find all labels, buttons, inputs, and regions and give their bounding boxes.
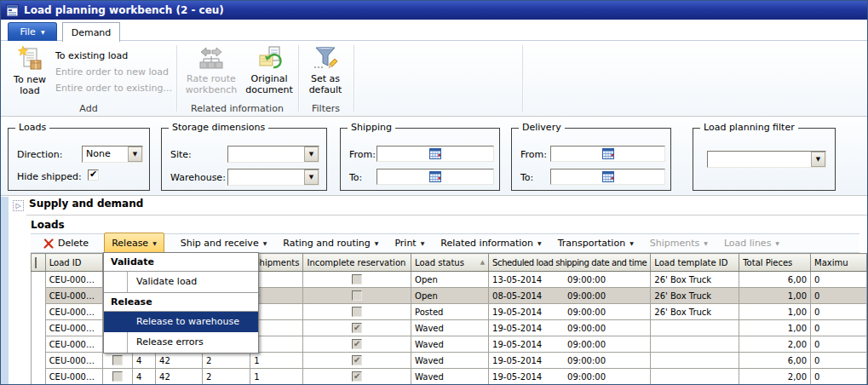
cell-load-id[interactable]: CEU-000… [45, 320, 103, 336]
delivery-from-input[interactable] [550, 146, 665, 162]
transportation-button[interactable]: Transportation ▼ [558, 234, 634, 252]
cell-load-status[interactable]: Open [411, 288, 489, 304]
col-header-total-pieces[interactable]: Total Pieces [739, 254, 811, 272]
release-button[interactable]: Release ▼ [104, 233, 164, 254]
chevron-down-icon[interactable]: ▼ [304, 170, 319, 185]
select-all-checkbox[interactable] [35, 257, 37, 268]
cell-loaded[interactable] [103, 369, 133, 385]
col-header-maximum[interactable]: Maximu [811, 254, 867, 272]
cell-load-template[interactable] [651, 320, 739, 336]
cell-load-status[interactable]: Waved [411, 320, 489, 336]
calendar-icon[interactable] [429, 171, 441, 182]
cell-load-template[interactable]: 26' Box Truck [651, 288, 739, 304]
calendar-icon[interactable] [429, 148, 441, 159]
cell-maximum[interactable]: 0 [811, 353, 867, 369]
cell-c1[interactable]: 4 [132, 369, 155, 385]
cell-total-pieces[interactable]: 1,00 [739, 320, 811, 336]
cell-scheduled-date[interactable]: 08-05-201409:00:00 [489, 288, 651, 304]
menu-item-validate-load[interactable]: Validate load [104, 272, 258, 292]
cell-load-id[interactable]: CEU-000… [45, 288, 103, 304]
to-existing-load-button[interactable]: To existing load [55, 48, 172, 64]
cell-load-id[interactable]: CEU-000… [45, 369, 103, 385]
cell-incomplete[interactable] [303, 353, 411, 369]
cell-loaded[interactable] [103, 353, 133, 369]
cell-total-pieces[interactable]: 1,00 [739, 304, 811, 320]
row-marker[interactable] [32, 353, 46, 369]
col-header-scheduled-date[interactable]: Scheduled load shipping date and time [489, 254, 651, 272]
cell-total-pieces[interactable]: 2,00 [739, 369, 811, 385]
cell-load-id[interactable]: CEU-000… [45, 272, 103, 288]
cell-load-template[interactable]: 26' Box Truck [651, 272, 739, 288]
cell-maximum[interactable]: 0 [811, 336, 867, 353]
set-as-default-button[interactable]: Set as default [300, 44, 351, 95]
cell-c2[interactable]: 42 [156, 353, 203, 369]
cell-total-pieces[interactable]: 2,00 [739, 336, 811, 353]
cell-load-status[interactable]: Posted [411, 304, 489, 320]
cell-scheduled-date[interactable]: 19-05-201409:00:00 [489, 353, 651, 369]
cell-load-id[interactable]: CEU-000… [45, 353, 103, 369]
cell-load-status[interactable]: Waved [411, 353, 489, 369]
shipping-to-input[interactable] [377, 169, 494, 185]
original-document-button[interactable]: Original document [243, 44, 296, 95]
related-information-button[interactable]: Related information ▼ [440, 234, 541, 252]
menu-item-release-errors[interactable]: Release errors [104, 332, 258, 353]
chevron-down-icon[interactable]: ▼ [811, 152, 825, 167]
shipping-from-input[interactable] [377, 146, 494, 162]
delivery-to-input[interactable] [550, 169, 665, 185]
cell-maximum[interactable]: 0 [811, 320, 867, 336]
print-button[interactable]: Print ▼ [394, 234, 424, 252]
chevron-down-icon[interactable]: ▼ [304, 147, 319, 162]
cell-load-status[interactable]: Open [411, 272, 489, 288]
delete-button[interactable]: Delete [43, 234, 89, 252]
to-new-load-button[interactable]: To new load [8, 44, 52, 111]
site-select[interactable]: ▼ [227, 146, 319, 163]
tab-demand[interactable]: Demand [62, 22, 120, 42]
row-marker[interactable] [32, 272, 46, 288]
cell-c1[interactable]: 4 [132, 353, 155, 369]
direction-select[interactable]: None ▼ [82, 146, 143, 163]
cell-maximum[interactable]: 0 [811, 288, 867, 304]
cell-load-id[interactable]: CEU-000… [45, 336, 103, 353]
file-menu-button[interactable]: File ▼ [8, 22, 57, 41]
menu-item-release-to-warehouse[interactable]: Release to warehouse [104, 312, 258, 332]
cell-maximum[interactable]: 0 [811, 304, 867, 320]
cell-load-template[interactable] [651, 336, 739, 353]
calendar-icon[interactable] [602, 171, 614, 182]
rating-and-routing-button[interactable]: Rating and routing ▼ [283, 234, 378, 252]
hide-shipped-checkbox[interactable] [88, 170, 99, 181]
row-marker[interactable] [32, 336, 46, 353]
cell-c3[interactable]: 2 [203, 353, 250, 369]
cell-incomplete[interactable] [303, 336, 411, 353]
cell-incomplete[interactable] [303, 304, 411, 320]
cell-scheduled-date[interactable]: 19-05-201409:00:00 [489, 369, 651, 385]
cell-shipments[interactable]: 1 [250, 353, 303, 369]
section-expander-icon[interactable]: ▷ [13, 200, 24, 211]
cell-incomplete[interactable] [303, 369, 411, 385]
cell-total-pieces[interactable]: 6,00 [739, 353, 811, 369]
cell-scheduled-date[interactable]: 13-05-201409:00:00 [489, 272, 651, 288]
cell-incomplete[interactable] [303, 288, 411, 304]
chevron-down-icon[interactable]: ▼ [128, 147, 142, 162]
load-planning-filter-select[interactable]: ▼ [707, 151, 826, 168]
select-all-header[interactable] [32, 254, 46, 272]
cell-scheduled-date[interactable]: 19-05-201409:00:00 [489, 304, 651, 320]
col-header-load-status[interactable]: Load status▲ [411, 254, 489, 272]
col-header-incomplete-reservation[interactable]: Incomplete reservation [303, 254, 411, 272]
cell-load-id[interactable]: CEU-000… [45, 304, 103, 320]
cell-incomplete[interactable] [303, 320, 411, 336]
cell-scheduled-date[interactable]: 19-05-201409:00:00 [489, 320, 651, 336]
cell-maximum[interactable]: 0 [811, 272, 867, 288]
calendar-icon[interactable] [602, 148, 614, 159]
table-row[interactable]: CEU-000… 4 42 2 1 Waved 19-05-201409:00:… [32, 353, 867, 369]
cell-load-template[interactable]: 26' Box Truck [651, 304, 739, 320]
row-marker[interactable] [32, 320, 46, 336]
cell-scheduled-date[interactable]: 19-05-201409:00:00 [489, 336, 651, 353]
cell-c2[interactable]: 42 [156, 369, 203, 385]
cell-c3[interactable]: 2 [203, 369, 250, 385]
ship-and-receive-button[interactable]: Ship and receive ▼ [181, 234, 267, 252]
cell-maximum[interactable]: 0 [811, 369, 867, 385]
cell-load-template[interactable] [651, 369, 739, 385]
cell-total-pieces[interactable]: 6,00 [739, 272, 811, 288]
row-marker[interactable] [32, 304, 46, 320]
cell-load-template[interactable] [651, 353, 739, 369]
